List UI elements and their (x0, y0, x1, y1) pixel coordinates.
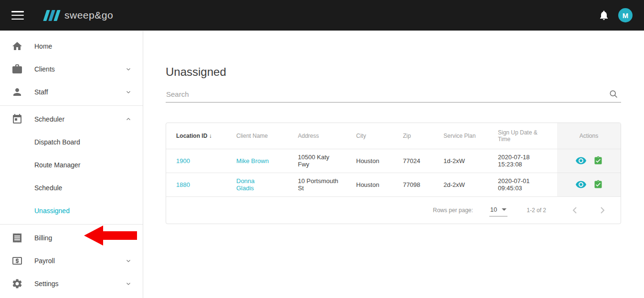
column-header-actions: Actions (557, 123, 621, 149)
dropdown-caret-icon (502, 208, 507, 211)
sidebar-label: Settings (34, 280, 59, 288)
chevron-up-icon (126, 116, 131, 122)
zip-cell: 77024 (395, 149, 436, 173)
unassigned-table-card: Location ID ↓ Client Name Address City Z… (166, 123, 621, 224)
user-avatar[interactable]: M (618, 8, 633, 22)
sidebar-item-dispatch-board[interactable]: Dispatch Board (0, 131, 143, 154)
sidebar-item-payroll[interactable]: Payroll (0, 249, 143, 272)
search-icon[interactable] (609, 89, 618, 99)
dollar-box-icon (11, 255, 23, 267)
main-content: Unassigned Location ID ↓ (143, 31, 644, 298)
chevron-down-icon (126, 281, 131, 287)
assign-check-icon[interactable] (593, 156, 603, 165)
column-header-address[interactable]: Address (290, 123, 348, 149)
sidebar-label: Billing (34, 234, 52, 242)
chevron-down-icon (126, 66, 131, 72)
client-name-link[interactable]: Mike Brown (236, 157, 269, 164)
sidebar-label: Scheduler (34, 115, 64, 123)
address-cell: 10500 Katy Fwy (290, 149, 348, 173)
sidebar-sublabel: Unassigned (34, 207, 70, 215)
column-header-city[interactable]: City (348, 123, 395, 149)
divider (0, 224, 143, 225)
rows-per-page-select[interactable]: 10 (489, 204, 507, 216)
chevron-down-icon (126, 258, 131, 264)
top-app-bar: sweep&go M (0, 0, 644, 31)
sidebar-item-billing[interactable]: Billing (0, 226, 143, 249)
unassigned-table: Location ID ↓ Client Name Address City Z… (166, 123, 621, 197)
city-cell: Houston (348, 149, 395, 173)
column-header-client-name[interactable]: Client Name (229, 123, 290, 149)
sidebar-item-route-manager[interactable]: Route Manager (0, 154, 143, 176)
view-eye-icon[interactable] (575, 179, 587, 190)
table-header-row: Location ID ↓ Client Name Address City Z… (166, 123, 621, 149)
column-header-zip[interactable]: Zip (395, 123, 436, 149)
avatar-initial: M (623, 11, 629, 20)
logo-text: sweep&go (64, 10, 113, 21)
location-id-link[interactable]: 1880 (176, 181, 190, 188)
receipt-icon (11, 232, 23, 244)
sidebar-item-clients[interactable]: Clients (0, 58, 143, 81)
assign-check-icon[interactable] (593, 180, 603, 189)
service-plan-cell: 2d-2xW (436, 173, 490, 196)
home-icon (11, 41, 23, 52)
briefcase-icon (11, 63, 23, 75)
calendar-icon (11, 113, 23, 125)
pagination-range: 1-2 of 2 (527, 207, 546, 214)
next-page-icon[interactable] (597, 205, 608, 216)
sidebar-sublabel: Dispatch Board (34, 138, 80, 146)
table-row: 1880 Donna Gladis 10 Portsmouth St Houst… (166, 173, 621, 196)
sidebar-label: Home (34, 42, 52, 50)
logo-bars-icon (45, 10, 61, 21)
location-id-link[interactable]: 1900 (176, 157, 190, 164)
gear-icon (11, 278, 23, 289)
sidebar: Home Clients Staff Scheduler Dispatch Bo… (0, 31, 143, 298)
address-cell: 10 Portsmouth St (290, 173, 348, 196)
sort-desc-arrow-icon: ↓ (209, 133, 212, 139)
sidebar-label: Clients (34, 65, 55, 73)
signup-cell: 2020-07-18 15:23:08 (490, 149, 557, 173)
chevron-down-icon (126, 235, 131, 241)
column-header-location-id[interactable]: Location ID ↓ (166, 123, 229, 149)
sidebar-label: Staff (34, 88, 48, 96)
notifications-bell-icon[interactable] (598, 10, 610, 21)
search-input[interactable] (166, 87, 621, 103)
column-header-service-plan[interactable]: Service Plan (436, 123, 490, 149)
chevron-down-icon (126, 89, 131, 95)
sidebar-item-home[interactable]: Home (0, 35, 143, 58)
sidebar-item-unassigned[interactable]: Unassigned (0, 199, 143, 222)
divider (0, 105, 143, 106)
table-pagination: Rows per page: 10 1-2 of 2 (166, 197, 621, 224)
sidebar-sublabel: Schedule (34, 184, 62, 192)
client-name-link[interactable]: Donna Gladis (236, 177, 272, 192)
sidebar-sublabel: Route Manager (34, 161, 81, 169)
sidebar-item-scheduler[interactable]: Scheduler (0, 108, 143, 131)
page-title: Unassigned (166, 65, 621, 79)
column-header-signup[interactable]: Sign Up Date & Time (490, 123, 557, 149)
city-cell: Houston (348, 173, 395, 196)
person-icon (11, 86, 23, 98)
previous-page-icon[interactable] (569, 205, 581, 216)
view-eye-icon[interactable] (575, 155, 587, 166)
rows-per-page-label: Rows per page: (433, 207, 473, 214)
sidebar-label: Payroll (34, 257, 55, 265)
sidebar-item-settings[interactable]: Settings (0, 272, 143, 295)
sidebar-item-staff[interactable]: Staff (0, 81, 143, 103)
service-plan-cell: 1d-2xW (436, 149, 490, 173)
hamburger-menu-icon[interactable] (11, 11, 24, 20)
search-field (166, 87, 621, 103)
sidebar-item-schedule[interactable]: Schedule (0, 176, 143, 199)
table-row: 1900 Mike Brown 10500 Katy Fwy Houston 7… (166, 149, 621, 173)
signup-cell: 2020-07-01 09:45:03 (490, 173, 557, 196)
zip-cell: 77098 (395, 173, 436, 196)
app-logo[interactable]: sweep&go (45, 10, 113, 21)
